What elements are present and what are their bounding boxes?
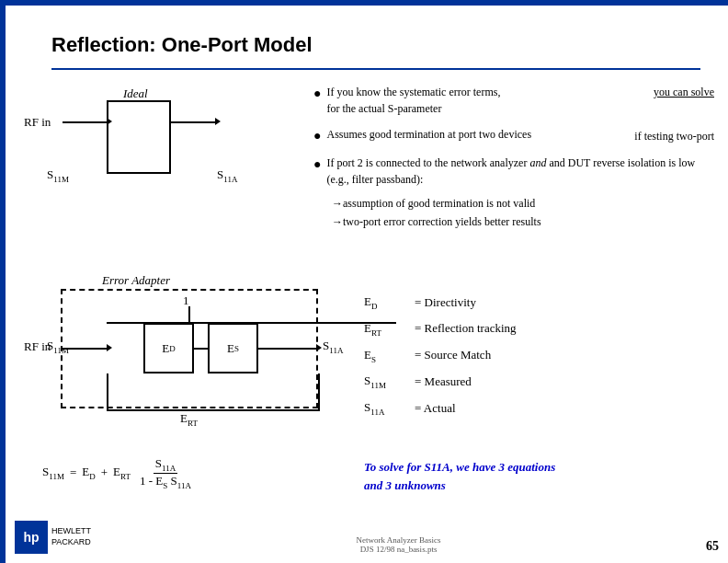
eq-es-label: ES xyxy=(364,344,415,367)
right-text-area: ● If you know the systematic error terms… xyxy=(313,84,714,230)
can-solve-aside: you can solve xyxy=(654,84,714,100)
bullet-3: ● If port 2 is connected to the network … xyxy=(313,155,714,188)
arrow-bullet-2: →two-port error correction yields better… xyxy=(313,213,714,230)
fraction-numerator: S11A xyxy=(154,456,177,474)
eq-ed-label: ED xyxy=(364,291,415,314)
f-fraction: S11A 1 - ES S11A xyxy=(134,456,197,489)
ert-bottom-horiz xyxy=(107,409,320,411)
eq-ert: ERT = Reflection tracking xyxy=(364,317,719,340)
f-ert: ERT xyxy=(113,465,131,481)
ed-box: ED xyxy=(143,323,194,373)
solve-text: To solve for S11A, we have 3 equations a… xyxy=(364,458,719,494)
bullet-3-dot: ● xyxy=(313,155,321,174)
s11m-lower: S11M xyxy=(47,339,69,355)
footer: hp HEWLETT PACKARD Network Analyzer Basi… xyxy=(15,521,719,554)
arrow-bullet-1: →assumption of good termination is not v… xyxy=(313,195,714,212)
hp-logo-box: hp xyxy=(15,521,48,554)
ert-label: ERT xyxy=(180,411,198,428)
title-underline xyxy=(51,68,700,70)
arrowhead-lower-in xyxy=(107,344,112,351)
f-plus: + xyxy=(101,465,108,480)
one-vert-line xyxy=(188,306,190,323)
arrow-line-lower-in xyxy=(63,348,108,350)
eq-s11m-desc: = Measured xyxy=(415,371,472,392)
f-ed: ED xyxy=(82,465,95,481)
eq-ed-desc: = Directivity xyxy=(415,292,476,313)
s11a-lower: S11A xyxy=(323,339,343,355)
upper-box xyxy=(107,100,171,174)
arrow-line-upper-in xyxy=(63,121,108,123)
ert-right-vert xyxy=(318,373,320,410)
formula-row: S11M = ED + ERT S11A 1 - ES S11A xyxy=(42,456,197,489)
eq-ert-desc: = Reflection tracking xyxy=(415,317,517,339)
ideal-label: Ideal xyxy=(123,86,148,101)
bottom-formula: S11M = ED + ERT S11A 1 - ES S11A xyxy=(42,456,197,489)
eq-s11a-desc: = Actual xyxy=(415,397,456,419)
f-equals: = xyxy=(70,465,76,480)
eq-s11m-label: S11M xyxy=(364,370,415,393)
hp-text: HEWLETT PACKARD xyxy=(51,526,91,547)
eq-es: ES = Source Match xyxy=(364,344,719,367)
title-area: Reflection: One-Port Model xyxy=(51,33,700,57)
eq-s11a: S11A = Actual xyxy=(364,396,719,419)
s11m-upper: S11M xyxy=(47,167,69,184)
eq-s11a-label: S11A xyxy=(364,396,415,419)
fraction-denominator: 1 - ES S11A xyxy=(138,474,193,490)
eq-ed: ED = Directivity xyxy=(364,291,719,314)
error-adapter-label: Error Adapter xyxy=(102,273,170,288)
slide-container: Reflection: One-Port Model Ideal RF in S… xyxy=(6,6,728,563)
rfin-upper-label: RF in xyxy=(24,115,51,130)
arrowhead-upper-out xyxy=(215,118,221,125)
s11a-upper: S11A xyxy=(217,167,237,184)
page-title: Reflection: One-Port Model xyxy=(51,33,313,56)
solve-line1: To solve for S11A, we have 3 equations xyxy=(364,458,719,477)
es-box: ES xyxy=(208,323,258,373)
if-testing-aside: if testing two-port xyxy=(634,128,714,144)
page-number: 65 xyxy=(706,539,719,554)
right-equations: ED = Directivity ERT = Reflection tracki… xyxy=(364,291,719,423)
eq-ert-label: ERT xyxy=(364,317,415,340)
f-s11m: S11M xyxy=(42,465,64,481)
bullet-1-dot: ● xyxy=(313,84,321,103)
bullet-3-text: If port 2 is connected to the network an… xyxy=(326,155,714,188)
footer-center: Network Analyzer Basics DJS 12/98 na_bas… xyxy=(357,535,441,554)
solve-line2: and 3 unknowns xyxy=(364,477,719,495)
line-from-upper-box xyxy=(171,121,217,123)
eq-s11m: S11M = Measured xyxy=(364,370,719,393)
ert-left-vert xyxy=(107,373,108,410)
bullet-2-dot: ● xyxy=(313,126,321,145)
arrowhead-lower-out xyxy=(316,344,322,351)
eq-es-desc: = Source Match xyxy=(415,344,491,365)
ed-es-connector xyxy=(194,348,208,350)
line-lower-out xyxy=(258,348,318,350)
hp-logo: hp HEWLETT PACKARD xyxy=(15,521,91,554)
